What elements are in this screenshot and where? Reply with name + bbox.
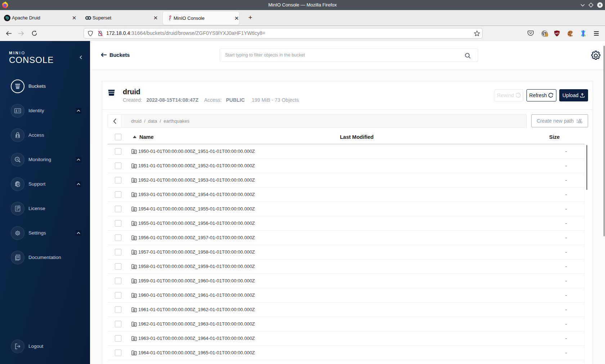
svg-text:uO: uO <box>555 32 559 35</box>
